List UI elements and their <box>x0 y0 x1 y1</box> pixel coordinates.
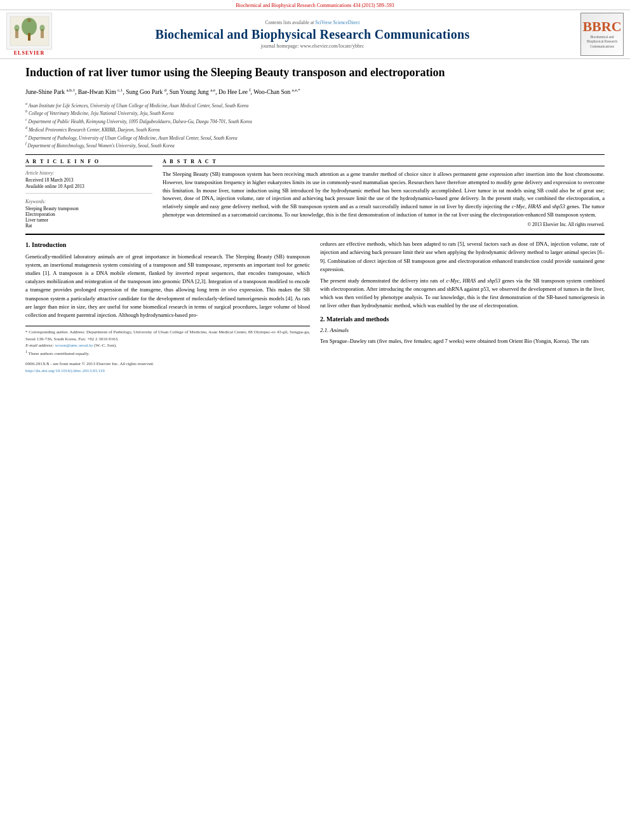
intro-para-3: The present study demonstrated the deliv… <box>320 277 605 310</box>
sciverse-link: Contents lists available at SciVerse Sci… <box>52 20 573 25</box>
svg-point-6 <box>39 25 44 31</box>
elsevier-logo-section: ELSEVIER <box>6 13 52 56</box>
authors: June-Shine Park a,b,1, Bae-Hwan Kim c,1,… <box>25 86 605 97</box>
info-abstract-section: A R T I C L E I N F O Article history: R… <box>25 159 605 229</box>
equal-contrib-note: 1 These authors contributed equally. <box>25 349 310 357</box>
elsevier-text-label: ELSEVIER <box>14 50 44 56</box>
section1-heading: 1. Introduction <box>25 240 310 250</box>
journal-header: ELSEVIER Contents lists available at Sci… <box>0 10 630 59</box>
svg-point-7 <box>27 18 31 22</box>
journal-header-bar: Biochemical and Biophysical Research Com… <box>0 0 630 10</box>
intro-para-1: Genetically-modified laboratory animals … <box>25 253 310 319</box>
affiliation-f: f Department of Biotechnology, Seoul Wom… <box>25 141 605 149</box>
email-note: E-mail address: wcson@amc.seoul.kr (W.-C… <box>25 342 310 349</box>
email-link: wcson@amc.seoul.kr <box>55 343 93 348</box>
journal-center-header: Contents lists available at SciVerse Sci… <box>52 20 573 49</box>
keyword-2: Electroporation <box>25 211 152 217</box>
affiliation-c: c Department of Public Health, Keimyung … <box>25 117 605 125</box>
footer-notes: * Corresponding author. Address: Departm… <box>25 326 310 357</box>
copyright-line: © 2013 Elsevier Inc. All rights reserved… <box>163 222 605 227</box>
svg-rect-2 <box>28 33 30 41</box>
available-date: Available online 10 April 2013 <box>25 183 152 189</box>
bbrc-logo-box: BBRC Biochemical and Biophysical Researc… <box>580 13 624 56</box>
affiliation-b: b College of Veterinary Medicine, Jeju N… <box>25 109 605 117</box>
abstract-text: The Sleeping Beauty (SB) transposon syst… <box>163 170 605 219</box>
journal-citation: Biochemical and Biophysical Research Com… <box>236 3 394 8</box>
body-two-col: 1. Introduction Genetically-modified lab… <box>25 240 605 375</box>
article-title: Induction of rat liver tumor using the S… <box>25 65 605 80</box>
section2-para: Ten Sprague–Dawley rats (five males, fiv… <box>320 337 605 345</box>
abstract-column: A B S T R A C T The Sleeping Beauty (SB)… <box>163 159 605 229</box>
doi-link: http://dx.doi.org/10.1016/j.bbrc.2013.03… <box>25 368 310 375</box>
keyword-3: Liver tumor <box>25 217 152 223</box>
svg-point-4 <box>14 25 19 31</box>
keywords-label: Keywords: <box>25 199 152 204</box>
corresponding-author-note: * Corresponding author. Address: Departm… <box>25 329 310 342</box>
received-date: Received 18 March 2013 <box>25 177 152 183</box>
affiliation-e: e Department of Pathology, University of… <box>25 133 605 142</box>
main-content: Induction of rat liver tumor using the S… <box>0 59 630 381</box>
bbrc-logo-section: BBRC Biochemical and Biophysical Researc… <box>573 13 624 56</box>
keyword-4: Rat <box>25 223 152 229</box>
journal-title: Biochemical and Biophysical Research Com… <box>52 27 573 42</box>
authors-text: June-Shine Park a,b,1, Bae-Hwan Kim c,1,… <box>25 89 300 95</box>
sciverse-link-anchor[interactable]: SciVerse ScienceDirect <box>315 20 359 25</box>
intro-para-2: cedures are effective methods, which has… <box>320 240 605 274</box>
section2-sub-heading: 2.1. Animals <box>320 326 605 335</box>
affiliation-d: d Medical Proteomics Research Center, KR… <box>25 125 605 133</box>
body-right-col: cedures are effective methods, which has… <box>320 240 605 375</box>
keyword-1: Sleeping Beauty transposon <box>25 206 152 211</box>
history-label: Article history: <box>25 170 152 176</box>
abstract-label: A B S T R A C T <box>163 159 605 166</box>
affiliation-a: a Asan Institute for Life Sciences, Univ… <box>25 101 605 109</box>
affiliations: a Asan Institute for Life Sciences, Univ… <box>25 101 605 150</box>
footer-bottom: 0006-291X/$ - see front matter © 2013 El… <box>25 361 310 368</box>
section2-heading: 2. Materials and methods <box>320 314 605 324</box>
article-info-column: A R T I C L E I N F O Article history: R… <box>25 159 152 229</box>
body-left-col: 1. Introduction Genetically-modified lab… <box>25 240 310 375</box>
bbrc-letters: BBRC <box>582 20 621 34</box>
bbrc-full-name: Biochemical and Biophysical Research Com… <box>584 35 620 48</box>
article-info-label: A R T I C L E I N F O <box>25 159 152 166</box>
journal-homepage: journal homepage: www.elsevier.com/locat… <box>52 43 573 49</box>
section-divider-1 <box>25 154 605 155</box>
elsevier-image <box>6 13 52 50</box>
body-section: 1. Introduction Genetically-modified lab… <box>25 234 605 375</box>
issn-text: 0006-291X/$ - see front matter © 2013 El… <box>25 361 154 368</box>
